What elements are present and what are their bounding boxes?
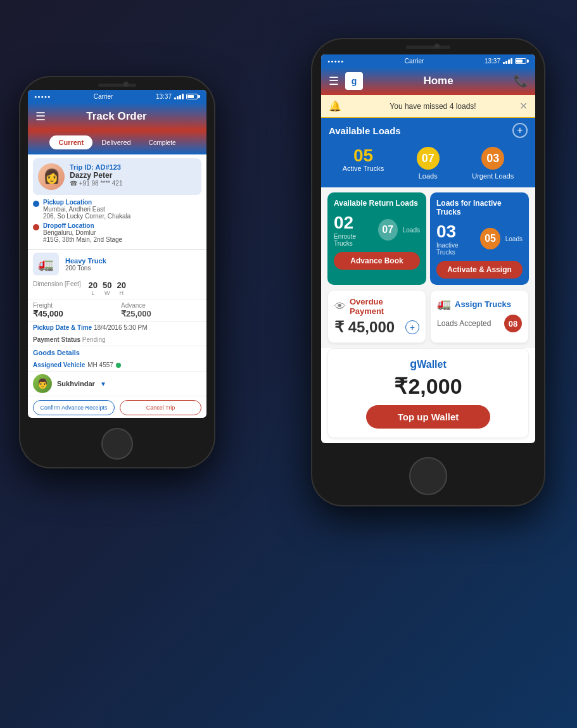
loads-stat: 07 Loads — [417, 147, 440, 180]
app-header-left: ☰ Track Order — [28, 103, 206, 130]
inactive-trucks-title: Loads for Inactive Trucks — [436, 199, 523, 217]
advance-label: Advance — [121, 302, 201, 309]
driver-row: 👨 Sukhvindar ▼ — [28, 371, 206, 396]
home-button-right[interactable] — [409, 457, 447, 495]
assigned-vehicle-label: Assigned Vehicle — [33, 361, 85, 368]
signal-bar-r1 — [503, 62, 505, 64]
pickup-date-label: Pickup Date & Time — [33, 324, 92, 331]
avatar: 👩 — [38, 163, 65, 190]
confirm-advance-button[interactable]: Confirm Advance Receipts — [33, 400, 115, 415]
loads-label: Loads — [419, 172, 438, 180]
freight-value: ₹45,000 — [33, 309, 113, 318]
signal-bar-r2 — [505, 61, 507, 64]
available-return-loads-card: Available Return Loads 02 Enroute Trucks… — [327, 192, 426, 285]
carrier-name-right: Carrier — [405, 58, 424, 65]
enroute-trucks-label: Enroute Trucks — [334, 233, 373, 247]
order-card: 👩 Trip ID: AD#123 Dazzy Peter ☎ +91 98 *… — [33, 158, 201, 195]
loads-accepted-badge: 08 — [504, 315, 522, 332]
return-loads-label: Loads — [403, 227, 420, 234]
phone-right: ●●●●● Carrier 13:37 — [311, 38, 545, 506]
tab-delivered[interactable]: Delivered — [92, 135, 139, 149]
battery-icon-left — [186, 94, 200, 99]
truck-type-section: 🚛 Heavy Truck 200 Tons — [28, 249, 206, 278]
bell-icon: 🔔 — [329, 100, 341, 112]
payment-status-value: Pending — [82, 336, 106, 343]
notification-close-button[interactable]: ✕ — [519, 100, 528, 112]
pickup-detail: 206, So Lucky Corner, Chakala — [43, 213, 130, 220]
signal-bar-r3 — [508, 60, 510, 64]
cancel-trip-button[interactable]: Cancel Trip — [120, 400, 201, 415]
carrier-left: ●●●●● — [34, 94, 51, 99]
overdue-header: 👁 Overdue Payment — [334, 297, 419, 316]
search-letter: g — [352, 76, 357, 86]
signal-bar-2 — [177, 96, 179, 99]
tab-current[interactable]: Current — [49, 135, 92, 149]
inactive-loads-badge: 05 — [480, 228, 500, 249]
home-button-left[interactable] — [101, 428, 133, 460]
page-title-left: Track Order — [46, 110, 187, 123]
hamburger-menu-left[interactable]: ☰ — [35, 110, 46, 123]
inactive-trucks-stats: 03 Inactive Trucks 05 Loads — [436, 222, 523, 256]
urgent-loads-stat: 03 Urgent Loads — [472, 147, 514, 180]
cards-row: Available Return Loads 02 Enroute Trucks… — [321, 187, 535, 290]
carrier-dots-right: ●●●●● — [327, 59, 344, 63]
return-loads-title: Available Return Loads — [334, 199, 420, 208]
available-loads-add-button[interactable]: + — [512, 123, 528, 138]
urgent-loads-badge: 03 — [481, 147, 504, 170]
dropoff-detail: #15G, 38th Main, 2nd Stage — [43, 236, 122, 243]
return-loads-badge: 07 — [378, 219, 398, 241]
driver-name-sm: Sukhvindar — [57, 380, 95, 387]
dropdown-arrow-icon[interactable]: ▼ — [100, 380, 106, 387]
status-bar-right-left: 13:37 — [156, 93, 200, 100]
wallet-g-letter: g — [410, 358, 417, 370]
pickup-route: Pickup Location Mumbai, Andheri East 206… — [33, 199, 201, 220]
assign-trucks-title: Assign Trucks — [455, 299, 511, 309]
carrier-name-left: Carrier — [94, 93, 113, 100]
pickup-address: Mumbai, Andheri East — [43, 206, 130, 213]
truck-type-label: Heavy Truck — [65, 257, 106, 265]
dimensions-row: Dimension [Feet] 20 L 50 W 20 H — [28, 278, 206, 299]
topup-wallet-button[interactable]: Top up Wallet — [366, 405, 491, 429]
truck-icon: 🚛 — [33, 253, 59, 275]
notification-bar: 🔔 You have missed 4 loads! ✕ — [321, 95, 535, 118]
trip-id: Trip ID: AD#123 — [70, 163, 196, 171]
pickup-date-value: 18/4/2016 5:30 PM — [94, 324, 148, 331]
dim-height: 20 H — [117, 280, 126, 296]
driver-avatar: 👨 — [33, 374, 52, 393]
bottom-cards-row: 👁 Overdue Payment ₹ 45,000 + 🚛 Assign Tr… — [321, 290, 535, 348]
hamburger-menu-right[interactable]: ☰ — [329, 74, 339, 88]
active-trucks-label: Active Trucks — [343, 165, 384, 172]
activate-assign-button[interactable]: Activate & Assign — [436, 261, 523, 279]
overdue-amount: ₹ 45,000 — [334, 318, 395, 336]
overdue-add-button[interactable]: + — [405, 320, 419, 334]
advance-value: ₹25,000 — [121, 309, 201, 318]
phone-call-icon[interactable]: 📞 — [514, 74, 528, 88]
active-trucks-stat: 05 Active Trucks — [343, 147, 384, 180]
avatar-face: 👩 — [43, 168, 60, 185]
phone-left: ●●●●● Carrier 13:37 — [19, 76, 215, 468]
status-bar-right-phone: ●●●●● Carrier 13:37 — [321, 54, 535, 67]
assign-trucks-card: 🚛 Assign Trucks Loads Accepted 08 — [430, 290, 529, 343]
tab-complete[interactable]: Complete — [140, 135, 185, 149]
freight-item: Freight ₹45,000 — [33, 302, 113, 318]
dropoff-dot — [33, 224, 39, 230]
signal-bar-4 — [182, 94, 184, 99]
goods-details-label: Goods Details — [33, 349, 80, 356]
available-loads-section: Available Loads + 05 Active Trucks 07 Lo… — [321, 118, 535, 187]
return-loads-stats: 02 Enroute Trucks 07 Loads — [334, 213, 420, 247]
assign-loads-row: Loads Accepted 08 — [437, 315, 522, 332]
signal-right — [503, 58, 512, 64]
overdue-eye-icon: 👁 — [334, 300, 346, 313]
driver-name: Dazzy Peter — [70, 171, 196, 180]
phone-screen-right: ●●●●● Carrier 13:37 — [321, 54, 535, 443]
available-loads-header: Available Loads + — [329, 123, 528, 138]
notification-text: You have missed 4 loads! — [390, 102, 476, 111]
phone-speaker-left — [98, 84, 136, 87]
dropoff-route: Dropoff Location Bengaluru, Domlur #15G,… — [33, 222, 201, 243]
status-bar-icons-right: 13:37 — [485, 58, 529, 65]
advance-book-button[interactable]: Advance Book — [334, 252, 420, 270]
search-icon-box[interactable]: g — [345, 72, 363, 90]
route-section: Pickup Location Mumbai, Andheri East 206… — [28, 199, 206, 249]
inactive-loads-label: Loads — [505, 235, 523, 242]
goods-details-section: Goods Details — [28, 346, 206, 359]
